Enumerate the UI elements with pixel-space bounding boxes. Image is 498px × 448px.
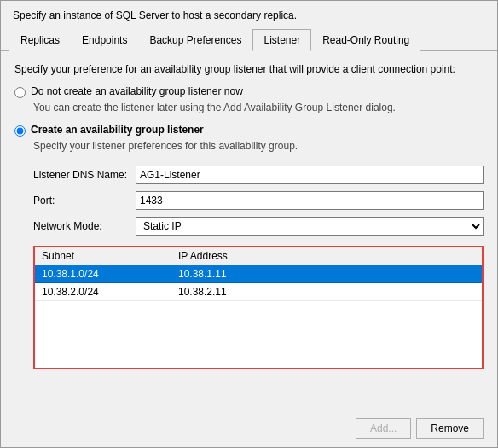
create-listener-option: Create an availability group listener [14, 124, 484, 137]
no-listener-radio[interactable] [14, 87, 26, 98]
add-button[interactable]: Add... [356, 418, 411, 439]
dns-name-input[interactable] [136, 166, 484, 184]
cell-subnet: 10.38.1.0/24 [35, 265, 171, 283]
content-area: Specify your preference for an availabil… [1, 51, 497, 410]
network-mode-select[interactable]: Static IP DHCP [136, 217, 484, 236]
header-text: Specify an instance of SQL Server to hos… [13, 9, 297, 21]
no-listener-option: Do not create an availability group list… [14, 85, 484, 98]
port-input[interactable] [136, 191, 484, 210]
create-listener-sub-text: Specify your listener preferences for th… [33, 140, 484, 152]
header-description: Specify an instance of SQL Server to hos… [1, 1, 497, 28]
remove-button[interactable]: Remove [416, 418, 484, 439]
tab-listener[interactable]: Listener [252, 29, 311, 51]
tab-bar: Replicas Endpoints Backup Preferences Li… [1, 28, 497, 51]
listener-pref-text: Specify your preference for an availabil… [14, 63, 484, 75]
bottom-bar: Add... Remove [1, 410, 497, 447]
subnet-grid: Subnet IP Address 10.38.1.0/2410.38.1.11… [33, 246, 484, 369]
tab-replicas[interactable]: Replicas [9, 29, 71, 51]
listener-form: Listener DNS Name: Port: Network Mode: S… [33, 166, 484, 242]
col-header-ip: IP Address [171, 247, 482, 265]
create-listener-radio[interactable] [14, 125, 26, 137]
grid-row[interactable]: 10.38.2.0/2410.38.2.11 [35, 283, 482, 301]
no-listener-label[interactable]: Do not create an availability group list… [31, 85, 243, 97]
grid-body: 10.38.1.0/2410.38.1.1110.38.2.0/2410.38.… [35, 265, 482, 368]
cell-ip: 10.38.1.11 [171, 265, 482, 283]
radio-group: Do not create an availability group list… [14, 85, 484, 369]
port-row: Port: [33, 191, 484, 210]
dns-name-label: Listener DNS Name: [33, 169, 136, 181]
port-label: Port: [33, 195, 136, 207]
dns-name-row: Listener DNS Name: [33, 166, 484, 184]
network-mode-select-wrapper: Static IP DHCP [136, 217, 484, 236]
main-window: Specify an instance of SQL Server to hos… [0, 0, 498, 448]
grid-row[interactable]: 10.38.1.0/2410.38.1.11 [35, 265, 482, 283]
tab-read-only-routing[interactable]: Read-Only Routing [311, 29, 420, 51]
col-header-subnet: Subnet [35, 247, 171, 265]
tab-endpoints[interactable]: Endpoints [71, 29, 138, 51]
tab-backup-preferences[interactable]: Backup Preferences [138, 29, 252, 51]
no-listener-sub-text: You can create the listener later using … [33, 102, 484, 113]
network-mode-row: Network Mode: Static IP DHCP [33, 217, 484, 236]
cell-subnet: 10.38.2.0/24 [35, 283, 171, 301]
cell-ip: 10.38.2.11 [171, 283, 482, 301]
grid-header: Subnet IP Address [35, 247, 482, 265]
network-mode-label: Network Mode: [33, 220, 136, 232]
create-listener-label[interactable]: Create an availability group listener [31, 124, 204, 136]
